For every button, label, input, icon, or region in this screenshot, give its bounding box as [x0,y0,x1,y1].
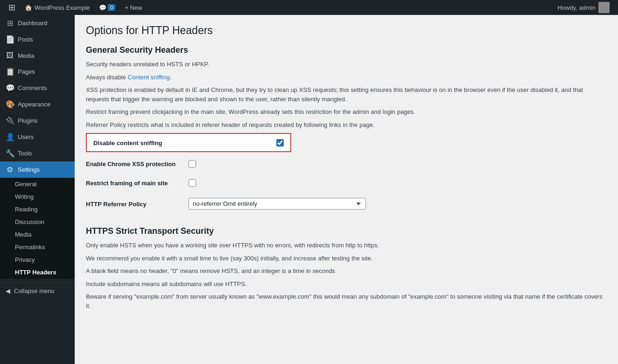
posts-icon: 📄 [6,35,14,44]
pages-icon: 📋 [6,67,14,76]
hsts-desc3: A blank field means no header, "0" means… [86,266,607,276]
comments-button[interactable]: 💬 0 [94,0,120,15]
main-content: Options for HTTP Headers General Securit… [75,15,618,364]
hsts-desc2: We recommend you enable it with a small … [86,254,607,263]
sidebar-item-media[interactable]: 🖼 Media [0,48,75,63]
disable-content-sniffing-checkbox[interactable] [276,139,284,147]
sidebar-item-dashboard[interactable]: ⊞ Dashboard [0,15,75,31]
tools-icon: 🔧 [6,149,14,158]
content-sniffing-link[interactable]: Content sniffing [128,74,170,81]
howdy-label: Howdy, admin [558,4,596,11]
submenu-item-media[interactable]: Media [0,228,75,241]
chrome-xss-control [189,160,607,168]
restrict-framing-control [189,179,607,187]
plugins-icon: 🔌 [6,116,14,125]
sidebar-label-users: Users [18,133,34,140]
sidebar-label-tools: Tools [18,150,32,157]
desc1: Security headers unrelated to HSTS or HP… [86,60,607,69]
submenu-item-writing[interactable]: Writing [0,190,75,203]
sidebar-item-tools[interactable]: 🔧 Tools [0,145,75,161]
chrome-xss-row: Enable Chrome XSS protection [86,154,607,173]
site-name-button[interactable]: 🏠 WordPress Example [20,0,94,15]
restrict-framing-checkbox[interactable] [189,179,196,187]
submenu-item-permalinks[interactable]: Permalinks [0,241,75,253]
desc4: Restrict framing prevent clickjacking in… [86,107,607,117]
sidebar-item-pages[interactable]: 📋 Pages [0,63,75,80]
submenu-item-http-headers[interactable]: HTTP Headers [0,266,75,279]
sidebar-item-settings[interactable]: ⚙ Settings [0,161,75,178]
site-name-label: WordPress Example [35,4,90,11]
chrome-xss-label: Enable Chrome XSS protection [86,160,189,168]
desc2: Always disable Content sniffing. [86,73,607,82]
sidebar-label-pages: Pages [18,68,35,75]
submenu-item-privacy[interactable]: Privacy [0,253,75,266]
sidebar-label-settings: Settings [18,166,40,173]
http-referrer-select[interactable]: no-referrer:Omit entirely no-referrer-wh… [189,198,366,210]
section1-title: General Security Headers [86,45,607,55]
hsts-desc1: Only enable HSTS when you have a working… [86,241,607,250]
sidebar: ⊞ Dashboard 📄 Posts 🖼 Media 📋 Pages 💬 Co… [0,15,75,364]
chrome-xss-checkbox[interactable] [189,160,196,168]
settings-icon: ⚙ [6,165,14,174]
user-menu[interactable]: Howdy, admin [553,2,614,13]
restrict-framing-label: Restrict framing of main site [86,179,189,187]
comments-nav-icon: 💬 [6,84,14,92]
sidebar-item-posts[interactable]: 📄 Posts [0,31,75,48]
sidebar-label-media: Media [18,52,34,59]
new-content-label: + New [125,4,142,11]
sidebar-label-posts: Posts [18,36,33,43]
collapse-menu-button[interactable]: ◀ Collapse menu [0,282,75,299]
wp-logo-icon: ⊞ [8,2,15,13]
comments-icon: 💬 [99,4,106,11]
submenu-item-reading[interactable]: Reading [0,203,75,216]
collapse-icon: ◀ [6,287,10,294]
restrict-framing-row: Restrict framing of main site [86,173,607,192]
disable-content-sniffing-label: Disable content sniffing [93,139,196,147]
appearance-icon: 🎨 [6,100,14,109]
dashboard-icon: ⊞ [6,19,14,28]
collapse-label: Collapse menu [14,287,55,294]
hsts-desc5: Beware if serving "example.com" from ser… [86,292,607,310]
desc3: XSS protection is enabled by default in … [86,85,607,104]
sidebar-item-comments[interactable]: 💬 Comments [0,80,75,96]
sidebar-item-plugins[interactable]: 🔌 Plugins [0,112,75,129]
desc5: Referrer Policy restricts what is includ… [86,120,607,130]
http-referrer-row: HTTP Referrer Policy no-referrer:Omit en… [86,192,607,215]
new-content-button[interactable]: + New [120,0,147,15]
sidebar-label-plugins: Plugins [18,117,38,124]
http-referrer-control: no-referrer:Omit entirely no-referrer-wh… [189,198,607,210]
sidebar-label-dashboard: Dashboard [18,20,48,27]
sidebar-item-users[interactable]: 👤 Users [0,129,75,145]
user-avatar [598,2,610,13]
hsts-desc4: Include subdomains means all subdomains … [86,280,607,289]
sidebar-label-appearance: Appearance [18,101,50,108]
sidebar-item-appearance[interactable]: 🎨 Appearance [0,96,75,112]
wp-logo-button[interactable]: ⊞ [4,0,20,15]
sidebar-label-comments: Comments [18,84,47,91]
settings-submenu: General Writing Reading Discussion Media… [0,178,75,279]
admin-bar: ⊞ 🏠 WordPress Example 💬 0 + New Howdy, a… [0,0,618,15]
users-icon: 👤 [6,133,14,141]
http-referrer-label: HTTP Referrer Policy [86,200,189,208]
submenu-item-discussion[interactable]: Discussion [0,216,75,228]
submenu-item-general[interactable]: General [0,178,75,190]
media-icon: 🖼 [6,51,14,60]
comments-count: 0 [108,4,115,11]
disable-content-sniffing-row: Disable content sniffing [86,133,291,152]
section2-title: HTTPS Strict Transport Security [86,226,607,236]
page-title: Options for HTTP Headers [86,24,607,37]
site-home-icon: 🏠 [25,4,32,11]
